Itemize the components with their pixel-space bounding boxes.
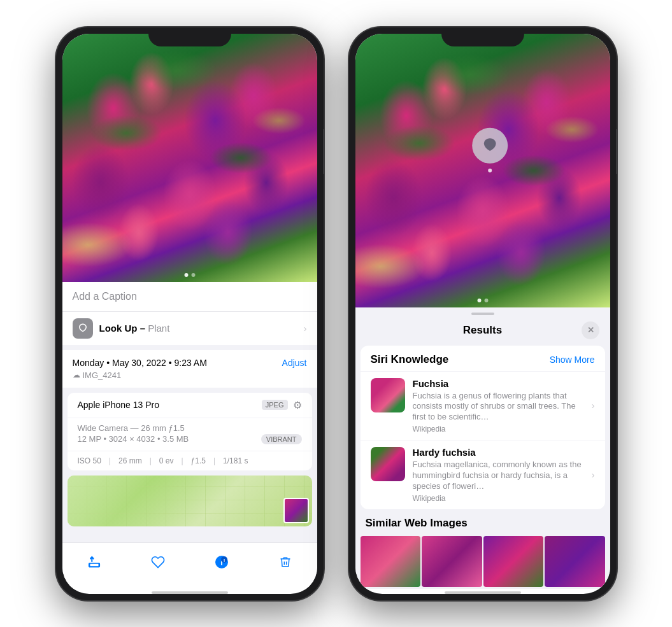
photo-area-left[interactable] bbox=[62, 34, 317, 282]
exif-sep-1: | bbox=[109, 456, 111, 465]
exif-row: ISO 50 | 26 mm | 0 ev | ƒ1.5 | 1/181 s bbox=[68, 451, 312, 470]
badge-group: JPEG ⚙ bbox=[262, 399, 302, 411]
bottom-toolbar-left: i ! bbox=[62, 542, 317, 589]
lookup-chevron: › bbox=[304, 323, 307, 334]
similar-section: Similar Web Images bbox=[355, 509, 610, 587]
siri-knowledge-section: Siri Knowledge Show More Fuchsia Fuchsia… bbox=[361, 346, 605, 509]
exif-sep-4: | bbox=[213, 456, 215, 465]
left-screen: Add a Caption Look Up – Plant › Monday •… bbox=[62, 34, 317, 594]
format-badge: JPEG bbox=[262, 400, 288, 410]
similar-img-3[interactable] bbox=[483, 536, 544, 587]
result-title-hardy: Hardy fuchsia bbox=[413, 447, 584, 458]
dot-r-1 bbox=[477, 299, 481, 302]
camera-spec-1: Wide Camera — 26 mm ƒ1.5 bbox=[78, 423, 302, 433]
exif-sep-3: | bbox=[181, 456, 183, 465]
right-screen: Results ✕ Siri Knowledge Show More Fuchs… bbox=[355, 34, 610, 594]
device-section: Apple iPhone 13 Pro JPEG ⚙ Wide Camera —… bbox=[68, 393, 312, 470]
device-name: Apple iPhone 13 Pro bbox=[78, 400, 159, 410]
photo-area-right[interactable] bbox=[355, 34, 610, 307]
result-source-hardy: Wikipedia bbox=[413, 494, 584, 503]
lookup-row[interactable]: Look Up – Plant › bbox=[62, 311, 317, 345]
mm-value: 26 mm bbox=[118, 456, 142, 465]
result-source-fuchsia: Wikipedia bbox=[413, 425, 584, 433]
svg-text:!: ! bbox=[223, 558, 225, 563]
siri-knowledge-title: Siri Knowledge bbox=[371, 353, 449, 366]
gear-icon[interactable]: ⚙ bbox=[293, 399, 302, 411]
svg-rect-0 bbox=[89, 563, 99, 567]
similar-img-2[interactable] bbox=[422, 536, 482, 587]
similar-img-4[interactable] bbox=[545, 536, 605, 587]
meta-date: Monday • May 30, 2022 • 9:23 AM bbox=[73, 358, 207, 368]
home-indicator-right bbox=[445, 591, 521, 594]
result-item-hardy[interactable]: Hardy fuchsia Fuchsia magellanica, commo… bbox=[361, 440, 605, 509]
siri-dot bbox=[488, 168, 492, 172]
home-indicator-left bbox=[152, 591, 228, 594]
left-phone: Add a Caption Look Up – Plant › Monday •… bbox=[56, 27, 324, 600]
camera-specs: Wide Camera — 26 mm ƒ1.5 12 MP • 3024 × … bbox=[68, 418, 312, 451]
results-header: Results ✕ bbox=[355, 315, 610, 346]
dot-1 bbox=[184, 273, 188, 277]
result-info-hardy: Hardy fuchsia Fuchsia magellanica, commo… bbox=[413, 447, 584, 503]
lookup-text: Look Up – Plant bbox=[99, 323, 170, 334]
cloud-icon: ☁ bbox=[73, 370, 80, 379]
result-desc-hardy: Fuchsia magellanica, commonly known as t… bbox=[413, 460, 584, 492]
similar-images-grid bbox=[361, 536, 605, 587]
ev-value: 0 ev bbox=[159, 456, 174, 465]
close-button[interactable]: ✕ bbox=[582, 321, 599, 339]
share-button[interactable] bbox=[80, 548, 108, 576]
iso-value: ISO 50 bbox=[78, 456, 101, 465]
show-more-button[interactable]: Show More bbox=[550, 355, 595, 365]
camera-spec-2-row: 12 MP • 3024 × 4032 • 3.5 MB VIBRANT bbox=[78, 434, 302, 444]
adjust-button[interactable]: Adjust bbox=[282, 358, 307, 368]
result-chevron-hardy: › bbox=[592, 470, 595, 480]
caption-placeholder[interactable]: Add a Caption bbox=[73, 291, 137, 302]
map-area[interactable] bbox=[68, 476, 312, 526]
caption-area[interactable]: Add a Caption bbox=[62, 282, 317, 311]
camera-spec-2: 12 MP • 3024 × 4032 • 3.5 MB bbox=[78, 434, 189, 444]
date-row: Monday • May 30, 2022 • 9:23 AM Adjust bbox=[73, 358, 307, 368]
result-item-fuchsia[interactable]: Fuchsia Fuchsia is a genus of flowering … bbox=[361, 371, 605, 440]
similar-img-1[interactable] bbox=[361, 536, 421, 587]
siri-intelligence-circle[interactable] bbox=[472, 127, 508, 163]
lookup-label: Look Up – bbox=[99, 323, 146, 334]
info-button[interactable]: i ! bbox=[208, 548, 236, 576]
page-indicator bbox=[184, 273, 195, 277]
info-panel-left: Add a Caption Look Up – Plant › Monday •… bbox=[62, 282, 317, 542]
lookup-subject: Plant bbox=[145, 323, 169, 334]
metadata-section: Monday • May 30, 2022 • 9:23 AM Adjust ☁… bbox=[62, 350, 317, 388]
flower-image-left[interactable] bbox=[62, 34, 317, 282]
results-panel: Results ✕ Siri Knowledge Show More Fuchs… bbox=[355, 307, 610, 589]
dot-2 bbox=[191, 273, 195, 277]
shutter-value: 1/181 s bbox=[223, 456, 248, 465]
results-title: Results bbox=[463, 324, 502, 337]
lookup-icon bbox=[73, 318, 93, 339]
flower-image-right[interactable] bbox=[355, 34, 610, 307]
filename-row: ☁ IMG_4241 bbox=[73, 370, 307, 380]
dot-r-2 bbox=[484, 299, 488, 302]
device-row: Apple iPhone 13 Pro JPEG ⚙ bbox=[68, 393, 312, 418]
aperture-value: ƒ1.5 bbox=[191, 456, 206, 465]
delete-button[interactable] bbox=[271, 548, 299, 576]
section-header: Siri Knowledge Show More bbox=[361, 346, 605, 371]
love-button[interactable] bbox=[144, 548, 172, 576]
exif-sep-2: | bbox=[150, 456, 152, 465]
result-chevron-fuchsia: › bbox=[592, 400, 595, 411]
page-indicator-right bbox=[477, 299, 488, 302]
filename: IMG_4241 bbox=[83, 370, 122, 380]
result-thumb-fuchsia bbox=[371, 378, 405, 412]
map-thumbnail-photo bbox=[283, 498, 309, 523]
result-title-fuchsia: Fuchsia bbox=[413, 378, 584, 389]
right-phone: Results ✕ Siri Knowledge Show More Fuchs… bbox=[349, 27, 617, 600]
result-thumb-hardy bbox=[371, 447, 405, 481]
similar-title: Similar Web Images bbox=[361, 517, 605, 530]
result-info-fuchsia: Fuchsia Fuchsia is a genus of flowering … bbox=[413, 378, 584, 434]
result-desc-fuchsia: Fuchsia is a genus of flowering plants t… bbox=[413, 391, 584, 423]
vibrant-badge: VIBRANT bbox=[261, 434, 302, 444]
